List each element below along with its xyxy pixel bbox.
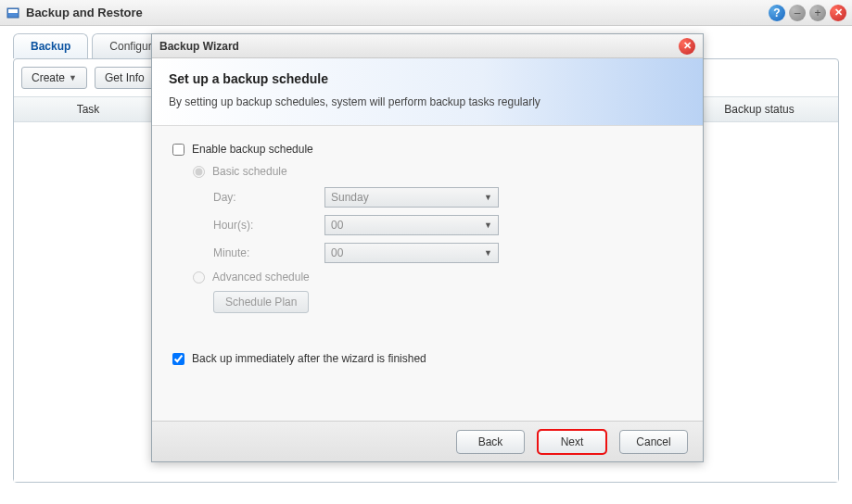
help-icon[interactable]: ? bbox=[769, 5, 785, 21]
basic-schedule-label: Basic schedule bbox=[212, 165, 287, 178]
window-title: Backup and Restore bbox=[26, 6, 765, 19]
minute-select[interactable]: 00 ▼ bbox=[324, 243, 499, 263]
chevron-down-icon: ▼ bbox=[484, 220, 492, 230]
enable-schedule-checkbox[interactable] bbox=[172, 144, 184, 156]
close-icon[interactable]: ✕ bbox=[830, 5, 846, 21]
col-task: Task bbox=[14, 97, 162, 121]
create-button[interactable]: Create ▼ bbox=[21, 67, 87, 89]
chevron-down-icon: ▼ bbox=[484, 193, 492, 202]
tab-backup[interactable]: Backup bbox=[13, 33, 88, 58]
schedule-plan-button: Schedule Plan bbox=[213, 291, 309, 313]
maximize-icon[interactable]: + bbox=[809, 5, 826, 21]
app-icon bbox=[6, 6, 20, 20]
minute-value: 00 bbox=[331, 246, 343, 259]
chevron-down-icon: ▼ bbox=[69, 73, 77, 82]
modal-title: Backup Wizard bbox=[159, 40, 239, 53]
modal-body: Enable backup schedule Basic schedule Da… bbox=[152, 125, 703, 421]
svg-rect-1 bbox=[8, 9, 18, 13]
immediate-backup-label: Back up immediately after the wizard is … bbox=[192, 352, 426, 365]
minute-label: Minute: bbox=[213, 246, 324, 259]
modal-heading: Set up a backup schedule bbox=[169, 71, 686, 86]
modal-close-icon[interactable]: ✕ bbox=[679, 38, 695, 55]
advanced-schedule-label: Advanced schedule bbox=[212, 271, 310, 284]
cancel-button[interactable]: Cancel bbox=[619, 430, 688, 454]
minimize-icon[interactable]: – bbox=[789, 5, 806, 21]
minute-row: Minute: 00 ▼ bbox=[213, 243, 682, 263]
hour-label: Hour(s): bbox=[213, 219, 324, 232]
basic-schedule-row: Basic schedule bbox=[193, 165, 682, 178]
col-backup-status: Backup status bbox=[680, 97, 838, 121]
hour-row: Hour(s): 00 ▼ bbox=[213, 215, 682, 235]
enable-schedule-label: Enable backup schedule bbox=[192, 143, 313, 156]
back-button[interactable]: Back bbox=[456, 430, 525, 454]
day-label: Day: bbox=[213, 191, 324, 204]
advanced-schedule-radio bbox=[193, 271, 205, 284]
immediate-backup-row: Back up immediately after the wizard is … bbox=[172, 352, 682, 365]
day-select[interactable]: Sunday ▼ bbox=[324, 187, 499, 208]
next-button[interactable]: Next bbox=[538, 430, 606, 454]
modal-footer: Back Next Cancel bbox=[152, 421, 703, 461]
backup-wizard-modal: Backup Wizard ✕ Set up a backup schedule… bbox=[151, 33, 704, 462]
modal-titlebar: Backup Wizard ✕ bbox=[152, 34, 703, 58]
getinfo-button[interactable]: Get Info bbox=[95, 67, 155, 89]
enable-schedule-row: Enable backup schedule bbox=[172, 143, 682, 156]
chevron-down-icon: ▼ bbox=[484, 248, 492, 258]
day-row: Day: Sunday ▼ bbox=[213, 187, 682, 208]
modal-subheading: By setting up backup schedules, system w… bbox=[169, 95, 686, 108]
modal-header: Set up a backup schedule By setting up b… bbox=[152, 58, 703, 125]
immediate-backup-checkbox[interactable] bbox=[172, 353, 184, 365]
hour-value: 00 bbox=[331, 219, 343, 232]
advanced-schedule-row: Advanced schedule bbox=[193, 271, 682, 284]
hour-select[interactable]: 00 ▼ bbox=[324, 215, 499, 235]
create-label: Create bbox=[32, 71, 65, 84]
basic-schedule-radio bbox=[193, 166, 205, 178]
day-value: Sunday bbox=[331, 191, 369, 204]
main-titlebar: Backup and Restore ? – + ✕ bbox=[0, 0, 852, 26]
